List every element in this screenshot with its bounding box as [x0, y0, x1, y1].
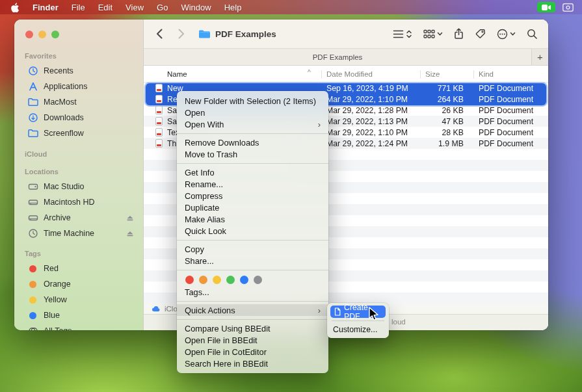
sidebar-item-tag-blue[interactable]: Blue — [25, 307, 138, 323]
blue-tag-icon — [29, 312, 36, 319]
sidebar-item-label: MacMost — [44, 98, 77, 107]
menu-item-rename[interactable]: Rename... — [177, 178, 328, 190]
zoom-window-button[interactable] — [51, 31, 59, 38]
sidebar-item-label: Red — [44, 264, 59, 273]
red-tag-icon — [29, 265, 36, 272]
menu-item-open-file-in-bbedit[interactable]: Open File in BBEdit — [177, 334, 328, 346]
close-window-button[interactable] — [25, 31, 33, 38]
eject-icon[interactable] — [126, 215, 134, 222]
column-name[interactable]: Name — [167, 66, 187, 82]
menu-item-compare-using-bbedit[interactable]: Compare Using BBEdit — [177, 322, 328, 334]
menu-item-open-file-in-coteditor[interactable]: Open File in CotEditor — [177, 346, 328, 358]
menu-separator — [177, 133, 328, 134]
sidebar-item-downloads[interactable]: Downloads — [25, 110, 138, 125]
pdf-file-icon — [155, 94, 163, 105]
eject-icon[interactable] — [126, 230, 134, 237]
group-button[interactable] — [423, 29, 443, 39]
menubar-app-name[interactable]: Finder — [33, 3, 59, 12]
menubar-window[interactable]: Window — [181, 3, 211, 12]
sidebar-item-mac-studio[interactable]: Mac Studio — [25, 179, 138, 194]
menu-bar: Finder File Edit View Go Window Help — [0, 0, 582, 14]
sidebar-item-applications[interactable]: Applications — [25, 79, 138, 94]
pdf-file-icon — [155, 116, 163, 127]
share-button[interactable] — [454, 28, 464, 40]
menu-item-copy[interactable]: Copy — [177, 243, 328, 255]
sidebar-item-macmost[interactable]: MacMost — [25, 94, 138, 110]
menu-item-open-with[interactable]: Open With› — [177, 118, 328, 130]
menu-item-move-to-trash[interactable]: Move to Trash — [177, 148, 328, 160]
menu-item-duplicate[interactable]: Duplicate — [177, 202, 328, 213]
green-tag-button[interactable] — [226, 276, 235, 284]
orange-tag-icon — [29, 281, 36, 288]
column-divider[interactable] — [473, 70, 474, 79]
menubar-help[interactable]: Help — [224, 3, 242, 12]
column-size[interactable]: Size — [425, 66, 440, 82]
menu-separator — [177, 319, 328, 320]
menu-item-tags[interactable]: Tags... — [177, 286, 328, 298]
sidebar-item-time-machine[interactable]: Time Machine — [25, 226, 138, 241]
more-actions-button[interactable] — [497, 29, 516, 40]
sidebar-item-macintosh-hd[interactable]: Macintosh HD — [25, 194, 138, 210]
sidebar-item-recents[interactable]: Recents — [25, 63, 138, 79]
menu-item-new-folder-with-selection[interactable]: New Folder with Selection (2 Items) — [177, 95, 328, 107]
tab-pdf-examples[interactable]: PDF Examples — [144, 53, 531, 61]
context-menu: New Folder with Selection (2 Items) Open… — [177, 91, 328, 373]
menubar-go[interactable]: Go — [157, 3, 168, 12]
menubar-edit[interactable]: Edit — [98, 3, 112, 12]
menubar-view[interactable]: View — [126, 3, 144, 12]
red-tag-button[interactable] — [185, 276, 194, 284]
menu-item-open[interactable]: Open — [177, 107, 328, 118]
screen-recording-icon[interactable] — [562, 3, 574, 12]
document-icon — [334, 307, 341, 316]
yellow-tag-button[interactable] — [213, 276, 221, 284]
pdf-file-icon — [155, 105, 163, 116]
file-kind: PDF Document — [479, 105, 533, 116]
column-divider[interactable] — [321, 70, 322, 79]
gray-tag-button[interactable] — [254, 276, 262, 284]
menu-item-get-info[interactable]: Get Info — [177, 166, 328, 178]
file-date: Mar 29, 2022, 1:10 PM — [326, 127, 408, 138]
menu-item-remove-downloads[interactable]: Remove Downloads — [177, 137, 328, 148]
column-date-modified[interactable]: Date Modified — [326, 66, 373, 82]
pdf-file-icon — [155, 127, 163, 138]
up-down-chevrons-icon — [406, 29, 412, 39]
sidebar-item-label: Downloads — [44, 113, 84, 122]
sidebar-item-label: Macintosh HD — [44, 198, 95, 207]
file-kind: PDF Document — [479, 116, 533, 127]
menu-separator — [177, 270, 328, 270]
menu-item-customize[interactable]: Customize... — [330, 324, 386, 335]
apple-menu[interactable] — [10, 2, 20, 12]
view-options-button[interactable] — [393, 29, 412, 39]
column-divider[interactable] — [420, 70, 421, 79]
sidebar-item-screenflow[interactable]: Screenflow — [25, 125, 138, 141]
forward-button[interactable] — [178, 28, 185, 40]
menu-item-make-alias[interactable]: Make Alias — [177, 213, 328, 225]
menu-item-quick-actions[interactable]: Quick Actions› — [177, 304, 328, 316]
camera-active-button[interactable] — [537, 2, 555, 12]
minimize-window-button[interactable] — [38, 31, 46, 38]
menu-item-compress[interactable]: Compress — [177, 190, 328, 202]
file-kind: PDF Document — [479, 127, 533, 138]
mac-studio-icon — [27, 182, 38, 191]
column-kind[interactable]: Kind — [479, 66, 494, 82]
menu-item-share[interactable]: Share... — [177, 255, 328, 267]
sidebar-item-tag-red[interactable]: Red — [25, 261, 138, 276]
sidebar-item-all-tags[interactable]: All Tags... — [25, 323, 138, 330]
menu-item-quick-look[interactable]: Quick Look — [177, 225, 328, 237]
back-button[interactable] — [155, 28, 163, 40]
menu-item-search-here-in-bbedit[interactable]: Search Here in BBEdit — [177, 358, 328, 369]
window-title: PDF Examples — [215, 29, 276, 39]
menubar-file[interactable]: File — [72, 3, 85, 12]
sidebar-item-archive[interactable]: Archive — [25, 210, 138, 226]
add-tab-button[interactable]: + — [531, 49, 548, 65]
sidebar-item-tag-yellow[interactable]: Yellow — [25, 292, 138, 307]
search-button[interactable] — [527, 29, 538, 40]
sidebar-item-tag-orange[interactable]: Orange — [25, 276, 138, 292]
blue-tag-button[interactable] — [240, 276, 248, 284]
sidebar-item-label: Time Machine — [44, 229, 94, 238]
applications-icon — [27, 81, 38, 92]
tag-button[interactable] — [475, 29, 486, 39]
sidebar-item-label: Yellow — [44, 295, 67, 304]
sidebar-item-label: Screenflow — [44, 129, 84, 138]
orange-tag-button[interactable] — [199, 276, 207, 284]
